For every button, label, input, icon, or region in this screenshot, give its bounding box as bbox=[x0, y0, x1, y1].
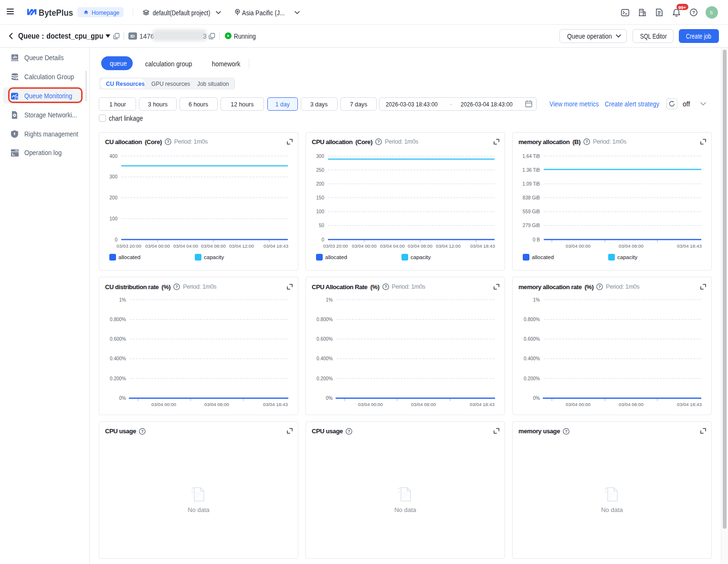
svg-text:?: ? bbox=[348, 429, 350, 434]
svg-text:?: ? bbox=[565, 429, 567, 434]
svg-text:?: ? bbox=[692, 10, 695, 15]
svg-text:?: ? bbox=[141, 429, 143, 434]
